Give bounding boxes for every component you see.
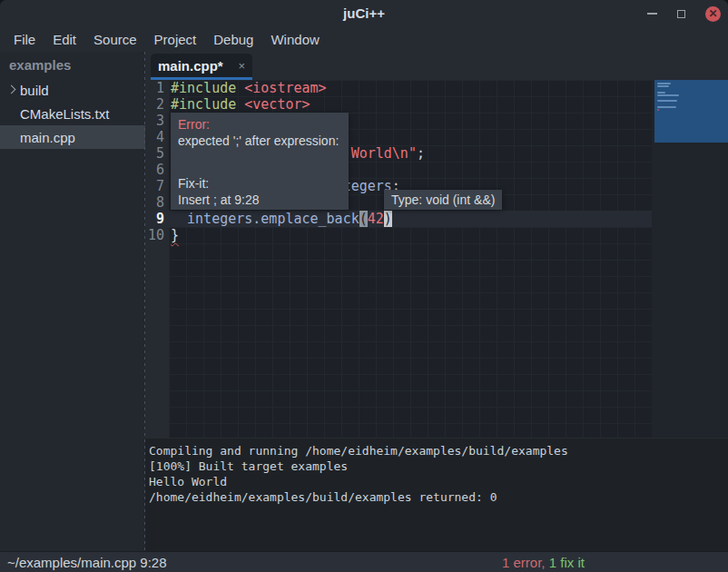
code-token: 42 (368, 211, 384, 227)
error-tooltip-message: expected ';' after expression: (178, 133, 341, 149)
status-file-location: ~/examples/main.cpp 9:28 (7, 555, 167, 570)
tab-strip: main.cpp* × (145, 52, 728, 80)
tab-close-icon[interactable]: × (238, 60, 245, 72)
type-tooltip: Type: void (int &&) (384, 190, 502, 210)
line-code: } (169, 227, 179, 243)
code-line-1[interactable]: 1#include <iostream> (145, 80, 652, 96)
tree-item-build[interactable]: build (0, 78, 145, 102)
code-line-2[interactable]: 2#include <vector> (145, 96, 652, 113)
console-output-line: Hello World (149, 474, 728, 489)
console-output-line: [100%] Built target examples (149, 459, 728, 474)
minimap-line (657, 94, 679, 96)
status-diagnostics: 1 error, 1 fix it (502, 555, 585, 570)
minimap[interactable] (652, 80, 728, 438)
build-output-console: Compiling and running /home/eidheim/exam… (145, 438, 728, 551)
code-token: ( (359, 211, 368, 227)
line-number: 6 (145, 162, 169, 178)
code-line-10[interactable]: 10} (145, 227, 652, 243)
line-number: 4 (145, 129, 169, 145)
tree-item-label: build (20, 83, 49, 98)
minimap-line (657, 83, 671, 84)
tree-item-label: CMakeLists.txt (20, 106, 109, 122)
line-number: 10 (145, 227, 169, 243)
minimap-line (657, 100, 677, 102)
pane-splitter[interactable] (144, 52, 145, 551)
tree-item-label: main.cpp (20, 130, 75, 145)
code-token: integers.emplace_back (187, 211, 359, 227)
code-token: <vector> (244, 96, 310, 113)
error-tooltip-title: Error: (178, 116, 341, 133)
file-tree: buildCMakeLists.txtmain.cpp (0, 78, 145, 149)
line-code: #include <iostream> (169, 80, 327, 96)
console-output-line: /home/eidheim/examples/build/examples re… (149, 489, 728, 505)
line-number: 2 (145, 96, 169, 113)
minimap-line (657, 109, 659, 111)
menu-item-source[interactable]: Source (93, 32, 137, 47)
code-token: #include (171, 96, 244, 113)
restore-icon[interactable] (677, 10, 685, 18)
line-number: 1 (145, 80, 169, 96)
status-fixit-count: 1 fix it (546, 555, 585, 570)
code-token: <iostream> (244, 80, 326, 96)
line-number: 9 (145, 211, 169, 227)
tooltip-spacer (178, 149, 341, 175)
title-bar[interactable]: juCi++ ✕ (0, 0, 728, 27)
code-token: #include (171, 80, 244, 96)
line-number: 7 (145, 178, 169, 194)
menu-item-file[interactable]: File (14, 32, 35, 47)
tree-item-cmakelists-txt[interactable]: CMakeLists.txt (0, 102, 145, 125)
minimize-icon[interactable] (647, 13, 657, 15)
line-number: 5 (145, 145, 169, 162)
code-token: ; (417, 145, 425, 162)
line-number: 8 (145, 194, 169, 211)
code-token (171, 211, 187, 227)
chevron-right-icon[interactable] (7, 85, 16, 94)
menu-item-debug[interactable]: Debug (213, 32, 253, 47)
fixit-tooltip-title: Fix-it: (178, 175, 341, 192)
line-code: integers.emplace_back(42) (169, 211, 392, 227)
minimap-line (657, 85, 669, 87)
console-output-line: Compiling and running /home/eidheim/exam… (149, 443, 728, 459)
menu-item-edit[interactable]: Edit (53, 32, 76, 47)
project-name: examples (0, 52, 145, 78)
line-code: #include <vector> (169, 96, 310, 113)
status-error-count: 1 error, (502, 555, 546, 570)
code-editor[interactable]: 1#include <iostream>2#include <vector>34… (145, 80, 728, 438)
menu-item-project[interactable]: Project (154, 32, 197, 47)
project-sidebar: examples buildCMakeLists.txtmain.cpp (0, 52, 145, 551)
tree-item-main-cpp[interactable]: main.cpp (0, 125, 145, 149)
code-line-9[interactable]: 9 integers.emplace_back(42) (145, 211, 652, 227)
minimap-line (657, 92, 665, 94)
line-number: 3 (145, 113, 169, 129)
minimap-viewport[interactable] (654, 80, 728, 143)
menu-item-window[interactable]: Window (271, 32, 319, 47)
status-bar: ~/examples/main.cpp 9:28 1 error, 1 fix … (0, 551, 728, 572)
close-icon[interactable]: ✕ (705, 6, 721, 22)
window-title: juCi++ (0, 5, 728, 21)
code-token: ) (384, 211, 392, 227)
tab-label: main.cpp* (158, 58, 223, 74)
juci-window: juCi++ ✕ FileEditSourceProjectDebugWindo… (0, 0, 728, 572)
minimap-line (657, 106, 676, 108)
menu-bar: FileEditSourceProjectDebugWindow (0, 27, 728, 52)
tab-main-cpp[interactable]: main.cpp* × (151, 54, 252, 80)
window-controls: ✕ (647, 0, 721, 27)
error-tooltip: Error: expected ';' after expression: Fi… (171, 113, 349, 210)
code-token: } (171, 227, 179, 243)
fixit-tooltip-text: Insert ; at 9:28 (178, 192, 341, 208)
